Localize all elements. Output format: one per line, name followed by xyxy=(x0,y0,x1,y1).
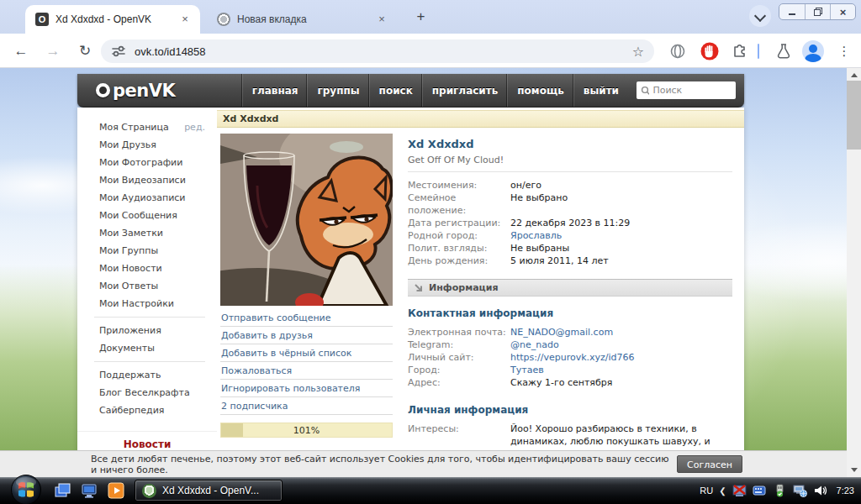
tab-search-chevron-icon[interactable] xyxy=(749,5,771,27)
sidebar-item-my-page[interactable]: Моя Страница xyxy=(99,122,169,133)
sidebar-item-messages[interactable]: Мои Сообщения xyxy=(99,210,177,221)
nav-help[interactable]: помощь xyxy=(507,74,573,107)
scrollbar-thumb[interactable] xyxy=(847,81,861,150)
profile-avatar[interactable] xyxy=(802,40,824,62)
sidebar-item-settings[interactable]: Мои Настройки xyxy=(99,298,174,309)
bookmark-star-icon[interactable] xyxy=(632,44,644,60)
openvk-page: penVK главная группы поиск пригласить по… xyxy=(77,74,744,477)
taskbar-app-button[interactable]: Xd Xdxdxd - OpenV... xyxy=(135,480,283,501)
sidebar-item-documents[interactable]: Документы xyxy=(99,343,155,354)
sidebar-item-answers[interactable]: Мои Ответы xyxy=(99,281,158,291)
flask-icon[interactable] xyxy=(774,41,794,61)
profile-picture[interactable] xyxy=(220,134,393,306)
tab-new-tab[interactable]: Новая вкладка xyxy=(207,5,397,34)
close-button[interactable] xyxy=(830,4,855,19)
reload-icon[interactable]: ↻ xyxy=(74,40,96,62)
sidebar-item-cyberpedia[interactable]: Сайберпедия xyxy=(99,405,164,416)
touch-keyboard-icon[interactable] xyxy=(753,484,767,497)
tray-expand-chevron-icon[interactable]: ❮ xyxy=(719,486,726,496)
sidebar-item-blog[interactable]: Блог Веселкрафта xyxy=(99,387,190,398)
sidebar-edit-link[interactable]: ред. xyxy=(184,122,205,133)
new-tab-button[interactable] xyxy=(414,10,428,24)
action-report[interactable]: Пожаловаться xyxy=(220,362,393,380)
start-button[interactable] xyxy=(10,474,42,504)
action-blacklist[interactable]: Добавить в чёрный список xyxy=(220,344,393,362)
tab-openvk[interactable]: Xd Xdxdxd - OpenVK xyxy=(25,5,200,34)
nav-invite[interactable]: пригласить xyxy=(422,74,508,107)
tab-close-icon[interactable] xyxy=(178,13,192,26)
sidebar-item-groups[interactable]: Мои Группы xyxy=(99,245,158,256)
email-link[interactable]: NE_NADO@gmail.com xyxy=(510,326,613,339)
back-icon[interactable]: ← xyxy=(10,40,32,62)
taskbar: Xd Xdxdxd - OpenV... RU ❮ 7:23 xyxy=(0,477,861,504)
browser-menu-kebab-icon[interactable] xyxy=(836,41,853,61)
info-label: Местоимения: xyxy=(408,179,510,192)
language-indicator[interactable]: RU xyxy=(700,486,713,496)
rating-value: 101% xyxy=(221,423,392,437)
tab-title: Xd Xdxdxd - OpenVK xyxy=(55,13,172,25)
sidebar-news-link[interactable]: Новости xyxy=(77,438,217,450)
taskbar-clock[interactable]: 7:23 xyxy=(833,486,854,496)
safely-remove-hardware-icon[interactable] xyxy=(773,484,787,497)
personal-info-heading: Личная информация xyxy=(408,404,732,416)
scroll-down-icon[interactable] xyxy=(847,463,861,477)
forward-icon[interactable]: → xyxy=(42,40,64,62)
telegram-link[interactable]: @ne_nado xyxy=(510,339,559,351)
nav-home[interactable]: главная xyxy=(242,74,308,107)
action-add-friend[interactable]: Добавить в друзья xyxy=(220,327,393,344)
openvk-favicon-icon xyxy=(35,13,49,26)
cookie-accept-button[interactable]: Согласен xyxy=(677,455,742,473)
cookie-line1: Все дети любят печенье, поэтому этот веб… xyxy=(91,454,671,475)
website-link[interactable]: https://vepurovk.xyz/id766 xyxy=(510,351,635,364)
window-switcher-icon[interactable] xyxy=(54,482,71,499)
site-info-icon[interactable] xyxy=(111,45,126,58)
extensions-puzzle-icon[interactable] xyxy=(730,41,750,61)
city-link[interactable]: Тутаев xyxy=(510,364,544,376)
extension-globe-icon[interactable] xyxy=(668,41,688,61)
sidebar-item-friends[interactable]: Мои Друзья xyxy=(99,139,156,150)
main-column: Xd Xdxdxd xyxy=(217,108,744,477)
browser-tabstrip: Xd Xdxdxd - OpenVK Новая вкладка xyxy=(0,0,861,34)
profile-name: Xd Xdxdxd xyxy=(408,138,732,150)
profile-right-column: Xd Xdxdxd Get Off Of My Cloud! Местоимен… xyxy=(408,134,732,477)
sidebar-item-videos[interactable]: Мои Видеозаписи xyxy=(99,175,186,186)
adblock-hand-icon[interactable] xyxy=(700,41,720,61)
info-value: он/его xyxy=(510,179,541,192)
sidebar-item-apps[interactable]: Приложения xyxy=(99,325,161,336)
tab-close-icon[interactable] xyxy=(375,13,388,26)
media-player-icon[interactable] xyxy=(108,482,125,499)
openvk-logo-text: penVK xyxy=(113,81,175,101)
sidebar-item-donate[interactable]: Поддержать xyxy=(99,370,161,381)
minimize-button[interactable] xyxy=(779,4,805,19)
site-search-box[interactable] xyxy=(637,81,736,99)
nav-logout[interactable]: выйти xyxy=(573,74,628,107)
minimize-icon xyxy=(788,8,796,16)
action-ignore-user[interactable]: Игнорировать пользователя xyxy=(220,380,393,397)
info-label: Telegram: xyxy=(408,339,510,351)
site-nav: главная группы поиск пригласить помощь в… xyxy=(242,74,628,107)
action-send-message[interactable]: Отправить сообщение xyxy=(220,309,393,327)
display-error-icon[interactable] xyxy=(732,484,747,497)
divider xyxy=(408,171,732,172)
subscribers-link[interactable]: 2 подписчика xyxy=(220,397,393,415)
info-value: Не выбраны xyxy=(510,242,569,255)
nav-search[interactable]: поиск xyxy=(369,74,422,107)
sidebar-item-news[interactable]: Мои Новости xyxy=(99,263,162,274)
page-scrollbar[interactable] xyxy=(847,68,861,477)
restore-button[interactable] xyxy=(805,4,830,19)
info-value: Не выбрано xyxy=(510,192,568,217)
screen: Xd Xdxdxd - OpenVK Новая вкладка ← → ↻ xyxy=(0,0,861,504)
remote-desktop-icon[interactable] xyxy=(81,482,98,499)
search-input[interactable] xyxy=(652,85,732,96)
tab-title: Новая вкладка xyxy=(237,13,368,25)
address-bar[interactable]: ovk.to/id14858 xyxy=(101,39,654,63)
hometown-link[interactable]: Ярославль xyxy=(510,229,562,242)
nav-groups[interactable]: группы xyxy=(307,74,368,107)
network-icon[interactable] xyxy=(793,484,807,497)
sidebar-item-photos[interactable]: Мои Фотографии xyxy=(99,157,182,168)
url-text[interactable]: ovk.to/id14858 xyxy=(135,45,624,58)
sidebar-item-notes[interactable]: Мои Заметки xyxy=(99,228,163,239)
sidebar-item-audios[interactable]: Мои Аудиозаписи xyxy=(99,192,186,203)
volume-icon[interactable] xyxy=(813,484,827,497)
openvk-logo[interactable]: penVK xyxy=(77,74,242,107)
